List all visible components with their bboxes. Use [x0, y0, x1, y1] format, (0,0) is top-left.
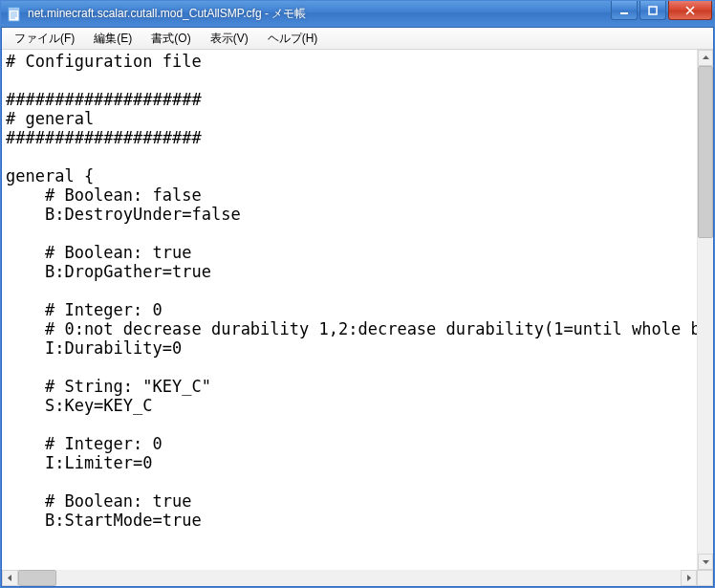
scroll-up-button[interactable] — [698, 50, 713, 66]
menu-file[interactable]: ファイル(F) — [6, 28, 83, 50]
text-editor[interactable]: # Configuration file ###################… — [2, 50, 697, 570]
scroll-track[interactable] — [698, 66, 713, 554]
menu-view[interactable]: 表示(V) — [202, 28, 257, 50]
scroll-thumb[interactable] — [698, 66, 713, 238]
close-button[interactable] — [668, 1, 712, 20]
horizontal-scrollbar[interactable] — [2, 570, 713, 586]
svg-rect-1 — [9, 8, 19, 11]
client-area: ファイル(F) 編集(E) 書式(O) 表示(V) ヘルプ(H) # Confi… — [1, 28, 714, 587]
minimize-button[interactable] — [611, 1, 638, 20]
notepad-icon — [7, 7, 22, 22]
vertical-scrollbar[interactable] — [697, 50, 713, 570]
menu-help[interactable]: ヘルプ(H) — [259, 28, 327, 50]
scroll-track-h[interactable] — [18, 570, 681, 586]
menu-edit[interactable]: 編集(E) — [85, 28, 141, 50]
maximize-button[interactable] — [639, 1, 666, 20]
titlebar[interactable]: net.minecraft.scalar.cutall.mod_CutAllSM… — [1, 1, 714, 28]
scrollbar-corner — [697, 570, 713, 586]
window-controls — [611, 1, 712, 20]
scroll-right-button[interactable] — [681, 570, 697, 586]
svg-rect-7 — [649, 7, 657, 14]
menubar: ファイル(F) 編集(E) 書式(O) 表示(V) ヘルプ(H) — [2, 28, 713, 50]
scroll-thumb-h[interactable] — [18, 570, 56, 586]
scroll-down-button[interactable] — [698, 554, 713, 570]
scroll-left-button[interactable] — [2, 570, 18, 586]
svg-rect-6 — [620, 12, 628, 14]
menu-format[interactable]: 書式(O) — [142, 28, 199, 50]
editor-area: # Configuration file ###################… — [2, 50, 713, 570]
window-title: net.minecraft.scalar.cutall.mod_CutAllSM… — [28, 6, 611, 22]
